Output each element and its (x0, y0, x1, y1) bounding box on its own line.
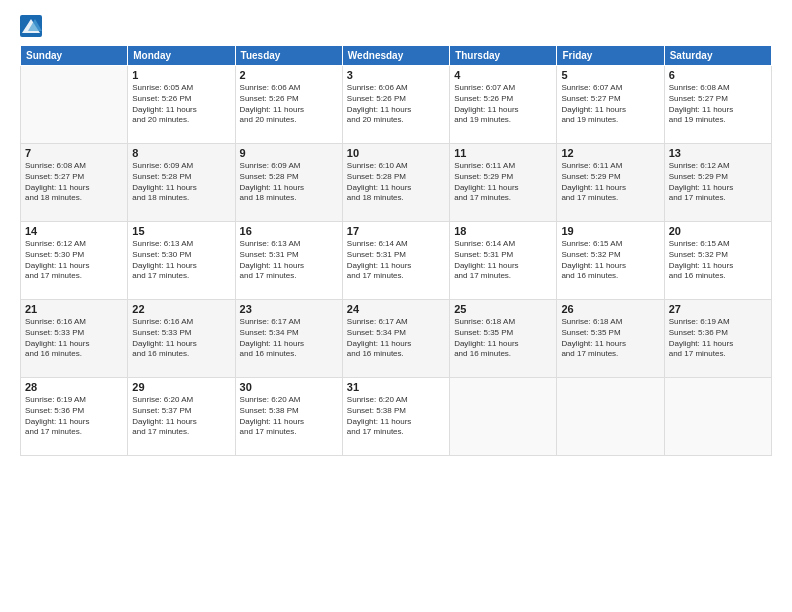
calendar-cell: 1Sunrise: 6:05 AMSunset: 5:26 PMDaylight… (128, 66, 235, 144)
day-info: Sunrise: 6:19 AMSunset: 5:36 PMDaylight:… (669, 317, 767, 360)
day-number: 26 (561, 303, 659, 315)
day-number: 4 (454, 69, 552, 81)
day-info: Sunrise: 6:12 AMSunset: 5:30 PMDaylight:… (25, 239, 123, 282)
day-info: Sunrise: 6:08 AMSunset: 5:27 PMDaylight:… (25, 161, 123, 204)
calendar-cell (450, 378, 557, 456)
calendar-cell: 3Sunrise: 6:06 AMSunset: 5:26 PMDaylight… (342, 66, 449, 144)
calendar-cell: 23Sunrise: 6:17 AMSunset: 5:34 PMDayligh… (235, 300, 342, 378)
day-number: 1 (132, 69, 230, 81)
day-number: 24 (347, 303, 445, 315)
day-info: Sunrise: 6:13 AMSunset: 5:30 PMDaylight:… (132, 239, 230, 282)
logo-icon (20, 15, 42, 37)
day-info: Sunrise: 6:14 AMSunset: 5:31 PMDaylight:… (454, 239, 552, 282)
day-number: 18 (454, 225, 552, 237)
day-info: Sunrise: 6:19 AMSunset: 5:36 PMDaylight:… (25, 395, 123, 438)
page: SundayMondayTuesdayWednesdayThursdayFrid… (0, 0, 792, 612)
calendar-cell (557, 378, 664, 456)
calendar-cell: 31Sunrise: 6:20 AMSunset: 5:38 PMDayligh… (342, 378, 449, 456)
calendar-cell: 15Sunrise: 6:13 AMSunset: 5:30 PMDayligh… (128, 222, 235, 300)
calendar-cell: 29Sunrise: 6:20 AMSunset: 5:37 PMDayligh… (128, 378, 235, 456)
logo (20, 15, 42, 37)
calendar-cell: 27Sunrise: 6:19 AMSunset: 5:36 PMDayligh… (664, 300, 771, 378)
day-number: 5 (561, 69, 659, 81)
day-number: 3 (347, 69, 445, 81)
weekday-header: Saturday (664, 46, 771, 66)
day-info: Sunrise: 6:09 AMSunset: 5:28 PMDaylight:… (132, 161, 230, 204)
day-info: Sunrise: 6:16 AMSunset: 5:33 PMDaylight:… (132, 317, 230, 360)
day-info: Sunrise: 6:16 AMSunset: 5:33 PMDaylight:… (25, 317, 123, 360)
day-number: 23 (240, 303, 338, 315)
day-info: Sunrise: 6:07 AMSunset: 5:27 PMDaylight:… (561, 83, 659, 126)
day-info: Sunrise: 6:20 AMSunset: 5:37 PMDaylight:… (132, 395, 230, 438)
weekday-header: Tuesday (235, 46, 342, 66)
calendar-cell: 11Sunrise: 6:11 AMSunset: 5:29 PMDayligh… (450, 144, 557, 222)
day-info: Sunrise: 6:12 AMSunset: 5:29 PMDaylight:… (669, 161, 767, 204)
day-number: 15 (132, 225, 230, 237)
calendar-cell (664, 378, 771, 456)
day-info: Sunrise: 6:05 AMSunset: 5:26 PMDaylight:… (132, 83, 230, 126)
calendar-cell: 25Sunrise: 6:18 AMSunset: 5:35 PMDayligh… (450, 300, 557, 378)
day-number: 7 (25, 147, 123, 159)
weekday-header: Sunday (21, 46, 128, 66)
calendar-week-row: 21Sunrise: 6:16 AMSunset: 5:33 PMDayligh… (21, 300, 772, 378)
day-number: 12 (561, 147, 659, 159)
calendar-table: SundayMondayTuesdayWednesdayThursdayFrid… (20, 45, 772, 456)
day-info: Sunrise: 6:15 AMSunset: 5:32 PMDaylight:… (561, 239, 659, 282)
calendar-week-row: 14Sunrise: 6:12 AMSunset: 5:30 PMDayligh… (21, 222, 772, 300)
calendar-cell: 9Sunrise: 6:09 AMSunset: 5:28 PMDaylight… (235, 144, 342, 222)
calendar-week-row: 7Sunrise: 6:08 AMSunset: 5:27 PMDaylight… (21, 144, 772, 222)
calendar-cell: 21Sunrise: 6:16 AMSunset: 5:33 PMDayligh… (21, 300, 128, 378)
day-info: Sunrise: 6:10 AMSunset: 5:28 PMDaylight:… (347, 161, 445, 204)
day-number: 19 (561, 225, 659, 237)
calendar-cell: 8Sunrise: 6:09 AMSunset: 5:28 PMDaylight… (128, 144, 235, 222)
day-number: 22 (132, 303, 230, 315)
day-number: 10 (347, 147, 445, 159)
calendar-week-row: 1Sunrise: 6:05 AMSunset: 5:26 PMDaylight… (21, 66, 772, 144)
day-info: Sunrise: 6:18 AMSunset: 5:35 PMDaylight:… (454, 317, 552, 360)
calendar-cell: 22Sunrise: 6:16 AMSunset: 5:33 PMDayligh… (128, 300, 235, 378)
day-number: 29 (132, 381, 230, 393)
day-number: 13 (669, 147, 767, 159)
day-info: Sunrise: 6:15 AMSunset: 5:32 PMDaylight:… (669, 239, 767, 282)
calendar-cell: 16Sunrise: 6:13 AMSunset: 5:31 PMDayligh… (235, 222, 342, 300)
day-number: 8 (132, 147, 230, 159)
calendar-cell: 12Sunrise: 6:11 AMSunset: 5:29 PMDayligh… (557, 144, 664, 222)
day-number: 31 (347, 381, 445, 393)
calendar-cell: 6Sunrise: 6:08 AMSunset: 5:27 PMDaylight… (664, 66, 771, 144)
calendar-header-row: SundayMondayTuesdayWednesdayThursdayFrid… (21, 46, 772, 66)
day-info: Sunrise: 6:11 AMSunset: 5:29 PMDaylight:… (454, 161, 552, 204)
calendar-cell: 7Sunrise: 6:08 AMSunset: 5:27 PMDaylight… (21, 144, 128, 222)
calendar-cell: 4Sunrise: 6:07 AMSunset: 5:26 PMDaylight… (450, 66, 557, 144)
calendar-cell: 26Sunrise: 6:18 AMSunset: 5:35 PMDayligh… (557, 300, 664, 378)
day-number: 20 (669, 225, 767, 237)
calendar-cell: 28Sunrise: 6:19 AMSunset: 5:36 PMDayligh… (21, 378, 128, 456)
day-number: 21 (25, 303, 123, 315)
calendar-cell: 18Sunrise: 6:14 AMSunset: 5:31 PMDayligh… (450, 222, 557, 300)
day-number: 2 (240, 69, 338, 81)
day-number: 30 (240, 381, 338, 393)
day-info: Sunrise: 6:20 AMSunset: 5:38 PMDaylight:… (240, 395, 338, 438)
day-info: Sunrise: 6:07 AMSunset: 5:26 PMDaylight:… (454, 83, 552, 126)
calendar-cell: 20Sunrise: 6:15 AMSunset: 5:32 PMDayligh… (664, 222, 771, 300)
calendar-cell (21, 66, 128, 144)
day-info: Sunrise: 6:11 AMSunset: 5:29 PMDaylight:… (561, 161, 659, 204)
day-info: Sunrise: 6:20 AMSunset: 5:38 PMDaylight:… (347, 395, 445, 438)
day-number: 16 (240, 225, 338, 237)
day-number: 25 (454, 303, 552, 315)
day-info: Sunrise: 6:06 AMSunset: 5:26 PMDaylight:… (240, 83, 338, 126)
day-info: Sunrise: 6:17 AMSunset: 5:34 PMDaylight:… (240, 317, 338, 360)
day-info: Sunrise: 6:09 AMSunset: 5:28 PMDaylight:… (240, 161, 338, 204)
weekday-header: Wednesday (342, 46, 449, 66)
calendar-cell: 24Sunrise: 6:17 AMSunset: 5:34 PMDayligh… (342, 300, 449, 378)
calendar-cell: 13Sunrise: 6:12 AMSunset: 5:29 PMDayligh… (664, 144, 771, 222)
header (20, 15, 772, 37)
day-number: 14 (25, 225, 123, 237)
day-number: 11 (454, 147, 552, 159)
calendar-cell: 10Sunrise: 6:10 AMSunset: 5:28 PMDayligh… (342, 144, 449, 222)
calendar-cell: 2Sunrise: 6:06 AMSunset: 5:26 PMDaylight… (235, 66, 342, 144)
calendar-cell: 5Sunrise: 6:07 AMSunset: 5:27 PMDaylight… (557, 66, 664, 144)
day-info: Sunrise: 6:13 AMSunset: 5:31 PMDaylight:… (240, 239, 338, 282)
day-info: Sunrise: 6:18 AMSunset: 5:35 PMDaylight:… (561, 317, 659, 360)
day-info: Sunrise: 6:17 AMSunset: 5:34 PMDaylight:… (347, 317, 445, 360)
calendar-cell: 17Sunrise: 6:14 AMSunset: 5:31 PMDayligh… (342, 222, 449, 300)
